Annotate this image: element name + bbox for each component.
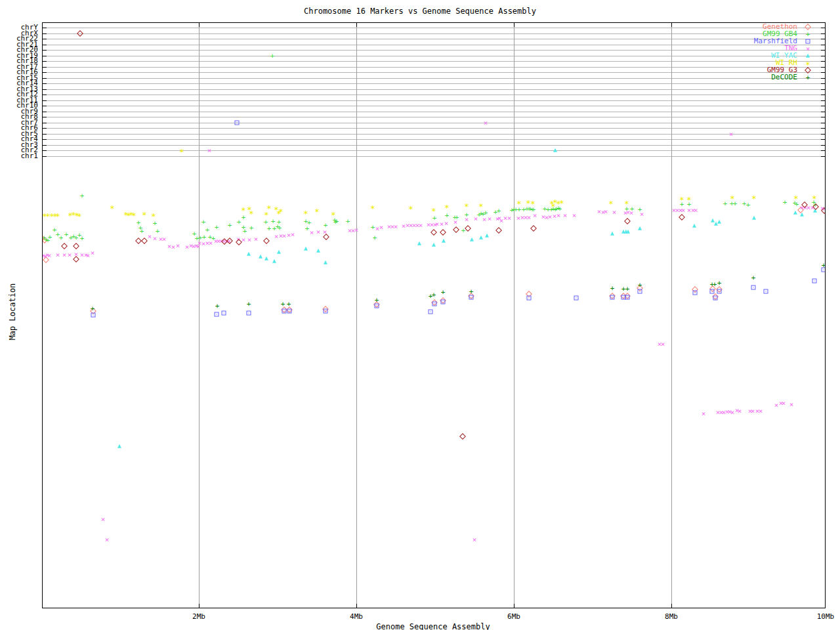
tng-point: × bbox=[201, 241, 206, 247]
gm99_gb4-point: + bbox=[680, 201, 684, 207]
gm99_gb4-point: + bbox=[42, 235, 46, 241]
tng-point: × bbox=[279, 233, 284, 239]
tng-point: × bbox=[316, 229, 321, 235]
tng-point: × bbox=[42, 253, 45, 259]
gm99_g3-point bbox=[430, 229, 437, 236]
tng-point: × bbox=[675, 207, 680, 213]
gm99_g3-point bbox=[624, 218, 631, 224]
marshfield-point bbox=[375, 304, 379, 308]
chrom-tick-right bbox=[821, 45, 825, 45]
gm99_gb4-point: + bbox=[205, 227, 210, 233]
wi_yac-point bbox=[277, 250, 281, 254]
chrom-tick-right bbox=[821, 39, 825, 39]
wi_rh-point: * bbox=[303, 211, 308, 216]
genethon-point bbox=[43, 257, 49, 263]
legend-label-decode: DeCODE bbox=[712, 74, 797, 81]
tng-point: × bbox=[691, 207, 696, 213]
gm99_gb4-point: + bbox=[638, 207, 642, 213]
gm99_gb4-point: + bbox=[494, 209, 498, 215]
tng-point: × bbox=[209, 240, 213, 246]
marshfield-point bbox=[764, 289, 768, 294]
gm99_gb4-point: + bbox=[69, 235, 74, 241]
genethon-point bbox=[42, 235, 45, 242]
tng-point: × bbox=[409, 222, 413, 228]
chrom-gridline bbox=[43, 139, 825, 140]
gm99_gb4-point: + bbox=[371, 224, 375, 230]
tng-point: × bbox=[427, 222, 431, 228]
gm99_gb4-point: + bbox=[525, 206, 530, 212]
chrom-tick-right bbox=[821, 83, 825, 84]
chrom-tick-right bbox=[821, 145, 825, 146]
tng-point: × bbox=[222, 238, 226, 244]
gm99_g3-point bbox=[821, 207, 826, 214]
tng-point: × bbox=[159, 236, 163, 242]
chrom-gridline bbox=[43, 28, 825, 28]
chart-title: Chromosome 16 Markers vs Genome Sequence… bbox=[0, 7, 840, 16]
x-gridline bbox=[671, 23, 672, 608]
gm99_gb4-point: + bbox=[267, 226, 272, 232]
gm99_g3-point bbox=[135, 238, 142, 244]
tng-point: × bbox=[640, 211, 644, 217]
legend-marker-box: + bbox=[808, 34, 808, 35]
wi_yac-point bbox=[752, 216, 756, 220]
wi_yac-point bbox=[813, 209, 817, 213]
tng-point: × bbox=[563, 213, 568, 219]
chrom-tick-right bbox=[821, 156, 825, 157]
wi_rh-point: * bbox=[68, 213, 73, 218]
gm99_g3-point bbox=[459, 433, 466, 440]
wi_yac-point bbox=[432, 243, 436, 247]
gm99_gb4-point: + bbox=[242, 224, 246, 230]
decode-point: + bbox=[432, 292, 436, 298]
x-gridline bbox=[514, 23, 514, 608]
gm99_gb4-point: + bbox=[140, 228, 144, 234]
chrom-gridline bbox=[43, 33, 825, 34]
tng-point: × bbox=[274, 234, 279, 240]
gm99_gb4-point: + bbox=[52, 227, 57, 233]
gm99_gb4-point: + bbox=[80, 236, 85, 242]
chrom-gridline bbox=[43, 94, 825, 95]
genethon-point bbox=[468, 293, 474, 299]
wi_rh-point: * bbox=[126, 213, 131, 218]
wi_rh-point: * bbox=[812, 196, 817, 201]
tng-point: × bbox=[196, 243, 201, 249]
gm99_gb4-point: + bbox=[465, 212, 469, 218]
chrom-tick-left bbox=[43, 139, 47, 140]
gm99_gb4-point: + bbox=[742, 201, 747, 207]
gm99_gb4-point: + bbox=[278, 225, 282, 231]
gm99_gb4-point: + bbox=[481, 211, 486, 217]
genethon-point bbox=[90, 308, 96, 314]
tng-point: × bbox=[47, 253, 52, 259]
tng-point: × bbox=[789, 402, 794, 408]
tng-point: × bbox=[217, 238, 221, 244]
plot-area: ++++++++++++++++++++++++++++++++++++++++… bbox=[42, 22, 826, 608]
wi_yac-point bbox=[264, 257, 268, 261]
gm99_g3-point bbox=[61, 243, 68, 249]
x-tick-label: 4Mb bbox=[337, 612, 376, 621]
wi_rh-point: * bbox=[74, 213, 79, 218]
gm99_g3-point bbox=[226, 238, 233, 244]
wi_rh-point: * bbox=[110, 206, 115, 211]
gm99_gb4-point: + bbox=[484, 210, 488, 216]
tng-point: × bbox=[730, 410, 735, 415]
tng-point: × bbox=[774, 402, 779, 408]
gm99_gb4-point: + bbox=[432, 215, 437, 221]
tng-point: × bbox=[227, 238, 232, 244]
chrom-gridline bbox=[43, 100, 825, 101]
tng-point: × bbox=[716, 410, 721, 415]
tng-point: × bbox=[604, 209, 608, 215]
genethon-point bbox=[637, 285, 643, 291]
gm99_gb4-point: + bbox=[202, 234, 207, 240]
marshfield-point bbox=[625, 295, 630, 300]
marshfield-point bbox=[621, 295, 626, 300]
wi_rh-point: * bbox=[408, 207, 413, 211]
marshfield-point bbox=[324, 309, 328, 314]
tng-point: × bbox=[214, 238, 219, 244]
gm99_gb4-point: + bbox=[477, 212, 482, 218]
wi_rh-point: * bbox=[331, 213, 336, 217]
wi_rh-point: * bbox=[276, 211, 282, 216]
gm99_gb4-point: + bbox=[522, 207, 526, 213]
x-tick-top bbox=[356, 23, 357, 27]
chrom-tick-left bbox=[43, 123, 47, 123]
gm99_gb4-point: + bbox=[453, 215, 457, 220]
tng-point: × bbox=[520, 215, 525, 220]
